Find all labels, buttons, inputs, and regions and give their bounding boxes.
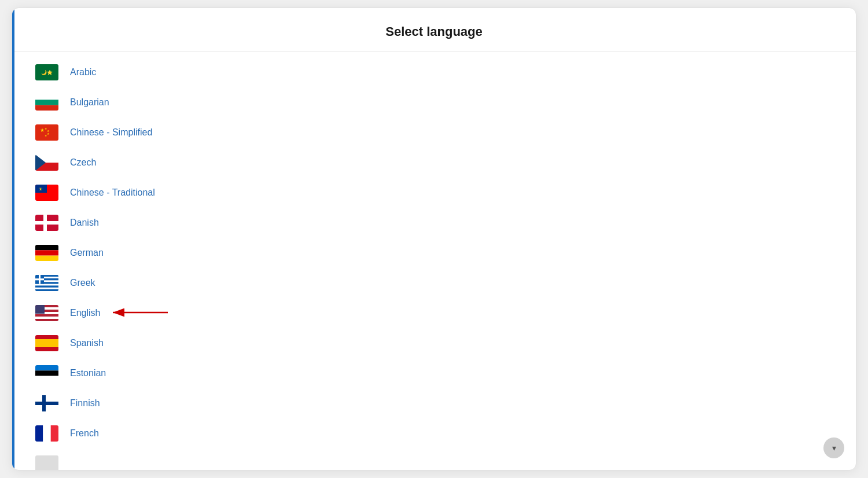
language-item-german[interactable]: German (12, 238, 856, 268)
modal-title: Select language (35, 24, 833, 39)
svg-rect-3 (35, 100, 58, 105)
language-name-english: English (70, 308, 100, 318)
svg-rect-21 (35, 250, 58, 255)
flag-german (35, 245, 58, 261)
svg-rect-19 (35, 221, 58, 225)
svg-rect-22 (35, 256, 58, 261)
language-name-german: German (70, 248, 104, 258)
flag-finnish (35, 395, 58, 411)
svg-rect-43 (35, 365, 58, 370)
svg-rect-32 (35, 289, 58, 291)
svg-rect-40 (35, 305, 45, 314)
svg-rect-48 (35, 402, 58, 405)
flag-arabic: 🌙⭐ (35, 64, 58, 80)
flag-french (35, 425, 58, 442)
language-name-spanish: Spanish (70, 338, 104, 348)
language-name-greek: Greek (70, 278, 95, 288)
svg-rect-20 (35, 245, 58, 250)
flag-chinese-traditional: ☀ (35, 185, 58, 201)
flag-english (35, 305, 58, 321)
language-name-czech: Czech (70, 157, 96, 168)
language-item-danish[interactable]: Danish (12, 208, 856, 238)
language-name-chinese-traditional: Chinese - Traditional (70, 187, 155, 198)
language-name-arabic: Arabic (70, 67, 96, 78)
language-item-partial[interactable] (12, 448, 856, 470)
svg-rect-49 (35, 425, 43, 442)
language-name-estonian: Estonian (70, 368, 106, 378)
svg-rect-35 (35, 278, 44, 280)
language-name-finnish: Finnish (70, 398, 100, 409)
svg-rect-51 (51, 425, 58, 442)
svg-rect-39 (35, 317, 58, 319)
scroll-down-button[interactable]: ▾ (823, 437, 844, 458)
language-item-bulgarian[interactable]: Bulgarian (12, 87, 856, 117)
svg-rect-31 (35, 288, 58, 289)
modal-header: Select language (12, 8, 856, 52)
svg-rect-2 (35, 94, 58, 100)
language-item-arabic[interactable]: 🌙⭐ Arabic (12, 57, 856, 87)
language-name-bulgarian: Bulgarian (70, 97, 109, 108)
modal-container: Select language 🌙⭐ Arabic Bulgarian ★ ★ … (12, 8, 856, 470)
svg-rect-4 (35, 105, 58, 111)
svg-rect-52 (35, 455, 58, 470)
svg-text:🌙⭐: 🌙⭐ (41, 69, 53, 75)
language-name-french: French (70, 428, 99, 439)
flag-bulgarian (35, 94, 58, 111)
language-name-danish: Danish (70, 218, 99, 228)
language-item-estonian[interactable]: Estonian (12, 358, 856, 388)
language-item-spanish[interactable]: Spanish (12, 328, 856, 358)
language-item-french[interactable]: French (12, 418, 856, 448)
svg-rect-50 (43, 425, 50, 442)
flag-spanish (35, 335, 58, 351)
svg-rect-29 (35, 284, 58, 286)
svg-text:★: ★ (40, 127, 45, 133)
svg-text:☀: ☀ (38, 186, 43, 192)
language-item-chinese-traditional[interactable]: ☀ Chinese - Traditional (12, 178, 856, 208)
svg-rect-42 (35, 339, 58, 347)
language-item-greek[interactable]: Greek (12, 268, 856, 298)
language-name-chinese-simplified: Chinese - Simplified (70, 127, 152, 138)
language-item-finnish[interactable]: Finnish (12, 388, 856, 418)
svg-rect-30 (35, 286, 58, 288)
flag-danish (35, 215, 58, 231)
language-item-czech[interactable]: Czech (12, 148, 856, 178)
svg-rect-45 (35, 376, 58, 381)
flag-czech (35, 155, 58, 171)
language-item-chinese-simplified[interactable]: ★ ★ ★ ★ ★ Chinese - Simplified (12, 117, 856, 148)
svg-rect-44 (35, 370, 58, 376)
flag-chinese-simplified: ★ ★ ★ ★ ★ (35, 124, 58, 141)
flag-greek (35, 275, 58, 291)
flag-estonian (35, 365, 58, 381)
modal-content: 🌙⭐ Arabic Bulgarian ★ ★ ★ ★ ★ Chinese - … (12, 52, 856, 470)
language-item-english[interactable]: English (12, 298, 856, 328)
language-list[interactable]: 🌙⭐ Arabic Bulgarian ★ ★ ★ ★ ★ Chinese - … (12, 52, 856, 470)
